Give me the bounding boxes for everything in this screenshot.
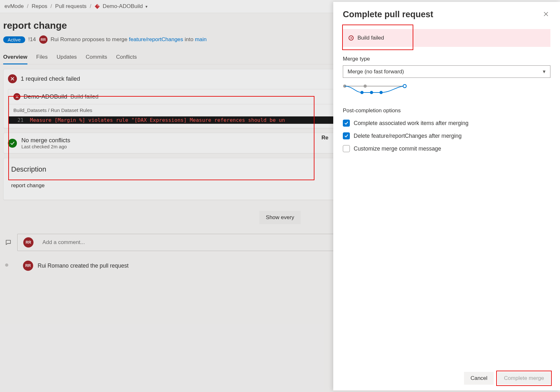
error-circle-icon: ✕: [349, 35, 354, 41]
merge-diagram: [343, 84, 550, 96]
merge-type-select[interactable]: Merge (no fast forward) ▾: [343, 65, 550, 78]
alert-text: Build failed: [357, 35, 384, 41]
close-icon: [543, 11, 549, 17]
checkbox-checked-icon: [343, 132, 350, 139]
merge-type-label: Merge type: [343, 56, 550, 62]
checkbox-checked-icon: [343, 120, 350, 127]
option-complete-work-items[interactable]: Complete associated work items after mer…: [343, 120, 550, 127]
complete-pr-panel: Complete pull request ✕ Build failed Mer…: [333, 2, 560, 390]
build-failed-alert: ✕ Build failed: [343, 29, 550, 47]
merge-type-value: Merge (no fast forward): [348, 69, 404, 75]
option-label: Customize merge commit message: [354, 145, 441, 152]
svg-point-6: [370, 91, 373, 94]
svg-point-8: [403, 85, 406, 88]
cancel-button[interactable]: Cancel: [464, 372, 494, 385]
complete-merge-button[interactable]: Complete merge: [497, 372, 550, 385]
option-label: Complete associated work items after mer…: [354, 120, 468, 127]
post-completion-options-label: Post-completion options: [343, 107, 550, 114]
panel-title: Complete pull request: [343, 10, 433, 19]
svg-point-5: [360, 91, 364, 94]
close-button[interactable]: [542, 10, 550, 18]
svg-point-7: [379, 91, 383, 94]
svg-point-4: [364, 85, 367, 88]
option-label: Delete feature/reportChanges after mergi…: [354, 133, 462, 139]
option-customize-message[interactable]: Customize merge commit message: [343, 145, 550, 152]
option-delete-branch[interactable]: Delete feature/reportChanges after mergi…: [343, 132, 550, 139]
chevron-down-icon: ▾: [543, 68, 546, 75]
checkbox-unchecked-icon: [343, 145, 350, 152]
